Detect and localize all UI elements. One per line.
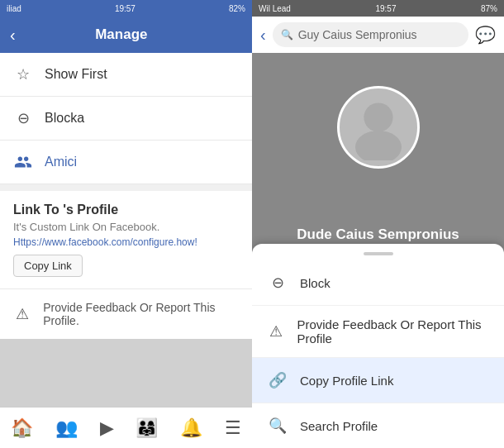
link-subtitle: It's Custom Link On Facebook.: [13, 221, 239, 233]
block-label-left: Blocka: [45, 111, 84, 126]
video-icon[interactable]: ▶: [100, 417, 114, 439]
report-dropdown-label: Provide Feedback Or Report This Profile: [297, 317, 489, 346]
search-profile-icon: 🔍: [267, 415, 288, 436]
notifications-icon[interactable]: 🔔: [180, 417, 202, 439]
messenger-icon[interactable]: 💬: [475, 25, 496, 45]
profile-name: Dude Caius Sempronius: [252, 226, 504, 243]
svg-point-1: [355, 131, 402, 160]
time-left: 19:57: [115, 4, 136, 13]
dropdown-menu: ⊖ Block ⚠ Provide Feedback Or Report Thi…: [252, 244, 504, 448]
right-panel: Wil Lead 19:57 87% ‹ 🔍 Guy Caius Sempron…: [252, 0, 504, 448]
menu-icon[interactable]: ☰: [225, 417, 241, 439]
status-bar-right: Wil Lead 19:57 87%: [252, 0, 504, 17]
nav-bar-left: ‹ Manage: [0, 17, 252, 53]
avatar-silhouette: [345, 94, 411, 160]
link-url: Https://www.facebook.com/configure.how!: [13, 236, 239, 248]
status-bar-left: iliad 19:57 82%: [0, 0, 252, 17]
amici-item[interactable]: Amici: [0, 141, 252, 184]
link-title: Link To 's Profile: [13, 203, 239, 217]
home-icon[interactable]: 🏠: [11, 417, 33, 439]
time-right: 19:57: [375, 4, 396, 13]
copy-profile-link-label: Copy Profile Link: [300, 374, 393, 388]
dropdown-handle: [364, 252, 393, 255]
block-icon-left: ⊖: [13, 108, 33, 128]
back-button-left[interactable]: ‹: [10, 26, 16, 45]
search-profile-item[interactable]: 🔍 Search Profile: [252, 403, 504, 448]
show-first-label: Show First: [45, 67, 107, 82]
left-panel: iliad 19:57 82% ‹ Manage ☆ Show First ⊖ …: [0, 0, 252, 448]
left-content: ☆ Show First ⊖ Blocka Amici Link To 's P…: [0, 53, 252, 407]
svg-point-0: [364, 102, 392, 131]
block-dropdown-label: Block: [300, 276, 330, 290]
report-dropdown-icon: ⚠: [267, 321, 285, 342]
gray-area-left: [0, 339, 252, 407]
report-dropdown-item[interactable]: ⚠ Provide Feedback Or Report This Profil…: [252, 306, 504, 358]
carrier-right: Wil Lead: [259, 4, 291, 13]
battery-left: 82%: [229, 4, 245, 13]
link-section: Link To 's Profile It's Custom Link On F…: [0, 191, 252, 289]
copy-link-button[interactable]: Copy Link: [13, 255, 83, 277]
profile-bg: [252, 53, 504, 218]
divider-left: [0, 184, 252, 191]
search-icon-right: 🔍: [281, 29, 293, 41]
friends-nav-icon[interactable]: 👥: [55, 417, 78, 439]
star-icon: ☆: [13, 64, 33, 84]
carrier-left: iliad: [7, 4, 21, 13]
nav-title-left: Manage: [26, 26, 217, 43]
nav-bar-right: ‹ 🔍 Guy Caius Sempronius 💬: [252, 17, 504, 53]
back-button-right[interactable]: ‹: [260, 26, 266, 45]
block-dropdown-item[interactable]: ⊖ Block: [252, 260, 504, 306]
report-label-left: Provide Feedback Or Report This Profile.: [43, 301, 239, 327]
search-text-right: Guy Caius Sempronius: [298, 28, 417, 41]
copy-profile-link-item[interactable]: 🔗 Copy Profile Link: [252, 358, 504, 403]
search-profile-label: Search Profile: [300, 419, 378, 433]
profile-avatar: [337, 86, 420, 169]
show-first-item[interactable]: ☆ Show First: [0, 53, 252, 97]
block-item-left[interactable]: ⊖ Blocka: [0, 97, 252, 141]
bottom-nav-left: 🏠 👥 ▶ 👨‍👩‍👧 🔔 ☰: [0, 407, 252, 448]
link-dropdown-icon: 🔗: [267, 369, 288, 391]
report-icon-left: ⚠: [13, 304, 31, 324]
profile-section: Dude Caius Sempronius ⊖ Block ⚠ Provide …: [252, 53, 504, 448]
block-dropdown-icon: ⊖: [267, 272, 288, 293]
search-bar-right[interactable]: 🔍 Guy Caius Sempronius: [273, 22, 468, 47]
report-item-left[interactable]: ⚠ Provide Feedback Or Report This Profil…: [0, 289, 252, 339]
groups-icon[interactable]: 👨‍👩‍👧: [136, 417, 158, 439]
battery-right: 87%: [481, 4, 497, 13]
friends-icon: [13, 152, 33, 172]
amici-label: Amici: [45, 155, 77, 169]
